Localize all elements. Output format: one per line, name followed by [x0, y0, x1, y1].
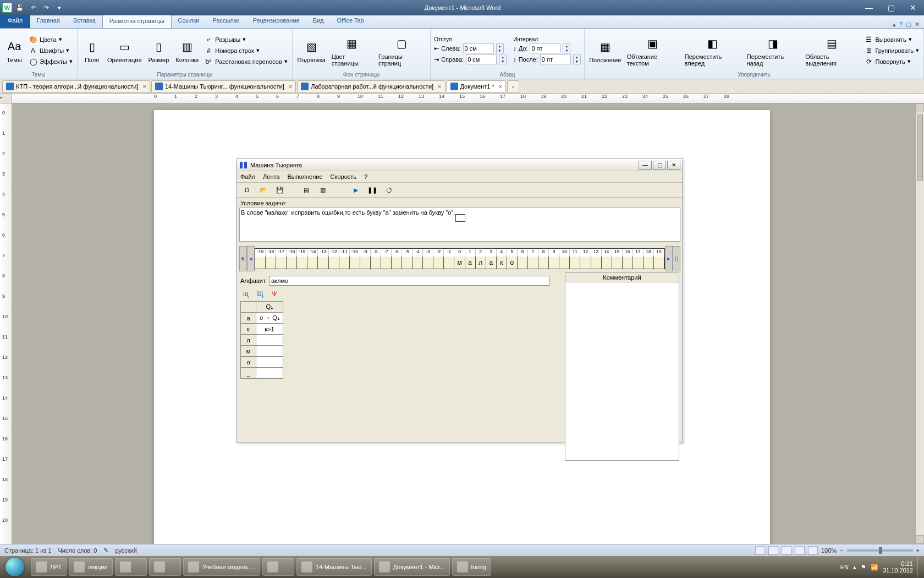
close-doc-icon[interactable]: ✕	[915, 21, 920, 28]
ribbon-minimize-icon[interactable]: ▴	[893, 21, 896, 28]
ruler-corner[interactable]: ⌐	[0, 94, 12, 103]
wrap-text-button[interactable]: ▣Обтекание текстом	[625, 34, 680, 68]
tape-cell[interactable]	[444, 257, 454, 269]
tape-cell[interactable]	[255, 257, 266, 269]
tab-references[interactable]: Ссылки	[172, 15, 206, 28]
breaks-button[interactable]: ⤶Разрывы▾	[203, 35, 288, 45]
indent-left-stepper[interactable]: ▲▼	[496, 43, 504, 53]
horizontal-ruler[interactable]: 0123456789101112131415161718192021222324…	[12, 94, 924, 103]
turing-minimize-button[interactable]: —	[639, 161, 652, 170]
tape-cell[interactable]	[423, 257, 433, 269]
turing-maximize-button[interactable]: ▢	[653, 161, 666, 170]
margins-button[interactable]: ▯Поля	[81, 37, 103, 64]
tape-cell[interactable]	[591, 257, 602, 269]
taskbar-item[interactable]: Учебная модель ...	[183, 558, 260, 576]
indent-right-input[interactable]	[466, 54, 497, 64]
tape-cell[interactable]	[559, 257, 570, 269]
taskbar-item[interactable]: Документ1 - Micr...	[374, 558, 450, 576]
tape-cell[interactable]	[297, 257, 307, 269]
group-button[interactable]: ⊞Группировать▾	[864, 46, 921, 56]
undo-icon[interactable]: ↶	[28, 2, 38, 13]
tape-cell[interactable]	[318, 257, 328, 269]
tape-cell[interactable]	[307, 257, 318, 269]
action-cell[interactable]	[256, 335, 283, 346]
scroll-up-icon[interactable]	[916, 103, 924, 112]
tape-home-button[interactable]: K	[239, 246, 247, 271]
tape-cell[interactable]	[276, 257, 287, 269]
space-after-stepper[interactable]: ▲▼	[573, 54, 581, 64]
tab-view[interactable]: Вид	[306, 15, 331, 28]
tape-cell[interactable]	[350, 257, 360, 269]
status-page[interactable]: Страница: 1 из 1	[4, 547, 52, 554]
view-fullscreen-icon[interactable]	[768, 546, 778, 555]
zoom-slider[interactable]	[847, 549, 913, 552]
theme-fonts-button[interactable]: AШрифты▾	[28, 46, 74, 56]
close-icon[interactable]: ×	[499, 83, 502, 90]
space-before-input[interactable]	[530, 43, 560, 53]
turing-close-button[interactable]: ✕	[667, 161, 680, 170]
columns-button[interactable]: ▥Колонки	[173, 37, 201, 64]
page-color-button[interactable]: ▦Цвет страницы	[329, 34, 374, 68]
line-numbers-button[interactable]: #Номера строк▾	[203, 46, 288, 56]
bring-forward-button[interactable]: ◧Переместить вперед	[683, 34, 743, 68]
tape-cell[interactable]	[518, 257, 528, 269]
tape-cell[interactable]	[402, 257, 413, 269]
turing-menu-help[interactable]: ?	[364, 173, 367, 180]
minimize-button[interactable]: —	[858, 2, 880, 13]
doc-tab-3[interactable]: Документ1 *×	[447, 80, 507, 92]
add-state-left-icon[interactable]: щ	[240, 289, 251, 299]
close-button[interactable]: ✕	[902, 2, 924, 13]
action-cell[interactable]	[256, 346, 283, 357]
taskbar-item[interactable]: 14-Машины Тью...	[296, 558, 372, 576]
tape-cell[interactable]	[580, 257, 591, 269]
delete-state-icon[interactable]: Ѱ	[269, 289, 280, 299]
rotate-button[interactable]: ⟳Повернуть▾	[864, 57, 921, 67]
tape-cell[interactable]	[433, 257, 444, 269]
vertical-scrollbar[interactable]	[915, 103, 924, 544]
tape-right-icon[interactable]: ▥	[317, 184, 328, 195]
vertical-ruler[interactable]: 01234567891011121314151617181920	[0, 103, 12, 544]
tape-cell[interactable]	[549, 257, 559, 269]
zoom-in-button[interactable]: +	[916, 547, 920, 554]
pause-icon[interactable]: ❚❚	[367, 184, 378, 195]
page-borders-button[interactable]: ▢Границы страниц	[376, 34, 427, 68]
themes-button[interactable]: Аа Темы	[3, 37, 25, 64]
hyphenation-button[interactable]: bᵃРасстановка переносов▾	[203, 57, 288, 67]
tape-cell[interactable]	[528, 257, 538, 269]
close-icon[interactable]: ×	[289, 83, 292, 90]
theme-effects-button[interactable]: ◯Эффекты▾	[28, 57, 74, 67]
doc-tab-2[interactable]: Лабораторная работ...й функциональности]…	[297, 80, 445, 92]
view-outline-icon[interactable]	[795, 546, 805, 555]
add-state-right-icon[interactable]: Щ	[255, 289, 266, 299]
taskbar-item[interactable]: ЛР7	[31, 558, 67, 576]
action-cell[interactable]	[256, 368, 283, 379]
scroll-thumb[interactable]	[917, 114, 923, 181]
tape-cell[interactable]	[287, 257, 297, 269]
tray-network-icon[interactable]: 📶	[871, 564, 878, 571]
turing-titlebar[interactable]: Машина Тьюринга — ▢ ✕	[237, 159, 683, 171]
tape-cell[interactable]	[266, 257, 276, 269]
tab-mailings[interactable]: Рассылки	[206, 15, 246, 28]
tape-step-left-button[interactable]: ◄	[247, 246, 255, 271]
tab-office[interactable]: Office Tab	[331, 15, 371, 28]
tape-cell[interactable]	[413, 257, 423, 269]
status-words[interactable]: Число слов: 0	[58, 547, 97, 554]
zoom-level[interactable]: 100%	[821, 547, 837, 554]
tape-cell[interactable]	[612, 257, 623, 269]
doc-tab-0[interactable]: КТП - теория алгори...й функциональности…	[2, 80, 150, 92]
help-icon[interactable]: ?	[899, 21, 903, 28]
view-print-layout-icon[interactable]	[755, 546, 765, 555]
send-backward-button[interactable]: ◨Переместить назад	[745, 34, 801, 68]
tape-cell[interactable]	[329, 257, 339, 269]
scroll-down-icon[interactable]	[916, 535, 924, 544]
action-cell[interactable]: к>1	[256, 324, 283, 335]
save-file-icon[interactable]: 💾	[274, 184, 285, 195]
tape-cell[interactable]	[381, 257, 392, 269]
selection-pane-button[interactable]: ▤Область выделения	[803, 34, 861, 68]
turing-menu-file[interactable]: Файл	[240, 173, 255, 180]
close-icon[interactable]: ×	[438, 83, 441, 90]
tab-page-layout[interactable]: Разметка страницы	[102, 15, 172, 28]
taskbar-item[interactable]: turing	[452, 558, 492, 576]
tape-cell[interactable]	[654, 257, 664, 269]
tape-cell[interactable]	[602, 257, 612, 269]
